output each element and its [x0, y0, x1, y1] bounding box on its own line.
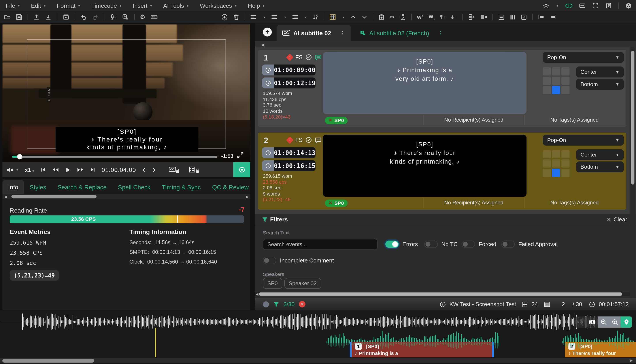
start-timecode-field[interactable]: 01:00:14:13 — [262, 147, 316, 158]
theme-brightness-icon[interactable] — [543, 2, 549, 9]
position-cell[interactable] — [562, 86, 570, 94]
event-row-1[interactable]: 1 ! FS 01:00:09:00 01:00:12:19 159.574 w… — [258, 50, 626, 127]
keyboard-shortcuts-icon[interactable] — [151, 14, 158, 20]
menu-help[interactable]: Help▼ — [248, 2, 265, 9]
event-list-scrollbar[interactable] — [630, 46, 635, 298]
dock-layout-icon[interactable] — [579, 2, 586, 9]
align-right-icon[interactable] — [292, 14, 298, 20]
position-cell[interactable] — [562, 159, 570, 168]
video-lock-icon[interactable] — [189, 166, 199, 173]
comment-icon[interactable] — [315, 54, 322, 60]
ticket-strip-icon[interactable] — [586, 316, 598, 328]
fast-forward-icon[interactable] — [77, 167, 84, 172]
redo-icon[interactable] — [92, 14, 98, 20]
export-icon[interactable] — [45, 14, 52, 20]
align-center-icon[interactable] — [271, 14, 278, 20]
translate-icon[interactable]: A文 — [122, 14, 129, 20]
seek-bar[interactable]: -1:53 — [2, 152, 250, 160]
clear-filter-icon[interactable]: ✕ — [299, 301, 306, 307]
event-row-2[interactable]: 2 ! FS 01:00:14:13 01:00:16:15 259.615 w… — [258, 133, 626, 210]
skip-end-icon[interactable] — [90, 167, 96, 172]
toggle-switch[interactable] — [386, 240, 399, 248]
recipients-field[interactable]: No Recipient(s) Assigned — [423, 198, 524, 208]
display-style-select[interactable]: Pop-On▼ — [543, 52, 624, 63]
current-timecode[interactable]: 01:00:04:00 — [102, 166, 136, 173]
remove-icon[interactable]: ✕ — [328, 118, 332, 123]
line-up-icon[interactable]: ⤒ T — [440, 14, 446, 20]
end-timecode-field[interactable]: 01:00:16:15 — [262, 160, 316, 171]
menu-file[interactable]: File▼ — [6, 2, 20, 9]
expand-icon[interactable] — [237, 152, 244, 158]
position-cell-active[interactable] — [552, 169, 560, 177]
tab-subtitle-track[interactable]: CC AI subtitle 02 ⋮ — [276, 25, 351, 41]
checklist-view-icon[interactable] — [521, 14, 527, 20]
position-cell-active[interactable] — [552, 86, 560, 94]
tab-spell-check[interactable]: Spell Check — [112, 180, 156, 194]
grid-view-icon[interactable] — [330, 14, 336, 20]
tab-menu-icon[interactable]: ⋮ — [438, 30, 443, 36]
tags-field[interactable]: No Tags(s) Assigned — [524, 198, 624, 208]
remove-icon[interactable]: ✕ — [328, 200, 332, 206]
notes-journal-icon[interactable] — [605, 2, 612, 9]
rewind-icon[interactable] — [52, 167, 60, 172]
add-event-icon[interactable] — [221, 14, 228, 20]
menu-format[interactable]: Format▼ — [57, 2, 81, 9]
chevron-down-icon[interactable]: ▼ — [263, 16, 266, 18]
end-timecode[interactable]: 01:00:16:15 — [274, 160, 316, 171]
skip-start-icon[interactable] — [41, 167, 46, 172]
delete-event-icon[interactable] — [233, 14, 240, 20]
toggle-switch[interactable] — [263, 257, 276, 264]
v-align-select[interactable]: Bottom▼ — [576, 78, 624, 90]
approve-check-icon[interactable] — [305, 137, 312, 143]
import-icon[interactable] — [33, 14, 40, 20]
start-timecode[interactable]: 01:00:14:13 — [274, 147, 316, 158]
columns-view-icon[interactable] — [510, 14, 516, 20]
scroll-right-icon[interactable]: ▶ — [630, 358, 633, 363]
cc-lock-icon[interactable]: CC — [169, 166, 180, 173]
chevron-down-icon[interactable]: ▼ — [342, 16, 345, 18]
menu-insert[interactable]: Insert▼ — [133, 2, 152, 9]
filter-active-icon[interactable] — [273, 302, 279, 307]
chevron-down-icon[interactable]: ▼ — [304, 16, 307, 18]
transcribe-icon[interactable] — [110, 14, 117, 20]
scroll-left-icon[interactable]: ◀ — [256, 292, 258, 296]
event-text-editor[interactable]: [SP0] ♪ There's really four kinds of pri… — [323, 135, 526, 197]
speaker-chip-sp0[interactable]: SP0 — [263, 278, 282, 289]
seek-handle[interactable] — [17, 154, 22, 159]
chevron-down-icon[interactable]: ▼ — [284, 16, 286, 18]
event-text-editor[interactable]: [SP0] ♪ Printmaking is a very old art fo… — [323, 52, 526, 114]
menu-workspaces[interactable]: Workspaces▼ — [200, 2, 237, 9]
tab-search-replace[interactable]: Search & Replace — [52, 180, 112, 194]
zoom-out-icon[interactable] — [598, 316, 609, 328]
position-grid[interactable] — [543, 67, 570, 94]
position-cell[interactable] — [543, 86, 551, 94]
search-input[interactable] — [263, 239, 378, 250]
align-left-icon[interactable] — [250, 14, 257, 20]
scrollbar-thumb[interactable] — [259, 292, 622, 296]
prev-event-icon[interactable] — [142, 167, 146, 172]
scroll-left-icon[interactable]: ◀ — [4, 195, 7, 199]
tab-qc-review[interactable]: QC & Review — [206, 180, 250, 194]
scroll-left-icon[interactable]: ◀ — [261, 42, 264, 47]
menu-edit[interactable]: Edit▼ — [31, 2, 46, 9]
toggle-forced[interactable]: Forced — [462, 240, 496, 248]
tab-timing-sync[interactable]: Timing & Sync — [156, 180, 206, 194]
sort-az-icon[interactable]: AZ — [312, 14, 318, 20]
toggle-incomplete-comment[interactable]: Incomplete Comment — [263, 257, 334, 264]
v-align-select[interactable]: Bottom▼ — [576, 161, 624, 172]
tab-translation-track[interactable]: A AI subtitle 02 (French) ⋮ — [354, 25, 449, 41]
word-down-icon[interactable]: W↓ — [429, 14, 435, 20]
settings-gear-icon[interactable]: ⚙ — [140, 14, 146, 21]
split-view-icon[interactable] — [575, 316, 586, 328]
next-event-icon[interactable] — [152, 167, 156, 172]
save-icon[interactable] — [16, 14, 22, 20]
seek-track[interactable] — [12, 156, 218, 158]
cut-icon[interactable]: ✂ — [390, 14, 395, 20]
position-cell[interactable] — [562, 169, 570, 177]
menu-timecode[interactable]: Timecode▼ — [92, 2, 122, 9]
line-down-icon[interactable]: ⤓ T — [452, 14, 457, 20]
recipients-field[interactable]: No Recipient(s) Assigned — [423, 115, 524, 126]
copy-check-icon[interactable] — [400, 14, 406, 20]
position-cell[interactable] — [552, 76, 560, 85]
position-grid[interactable] — [543, 150, 570, 177]
